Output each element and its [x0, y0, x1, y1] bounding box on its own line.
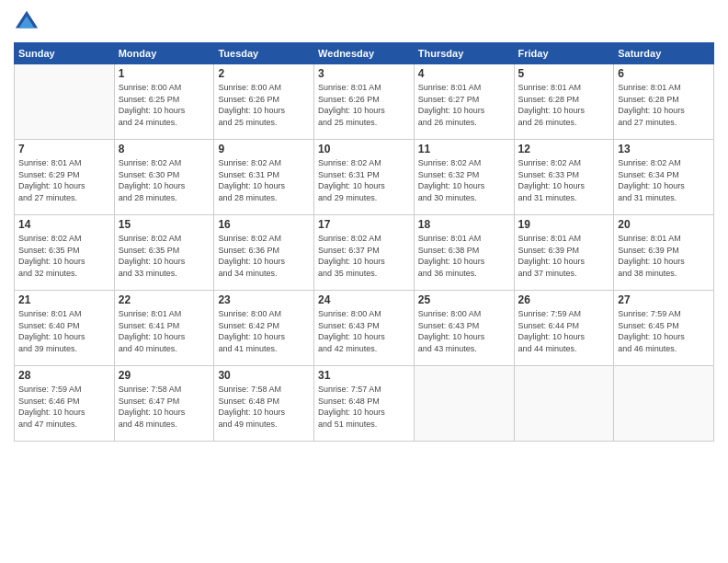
calendar-cell: 26Sunrise: 7:59 AM Sunset: 6:44 PM Dayli…: [514, 291, 614, 366]
day-number: 15: [119, 218, 210, 231]
calendar-cell: 24Sunrise: 8:00 AM Sunset: 6:43 PM Dayli…: [314, 291, 415, 366]
day-number: 25: [418, 293, 510, 306]
day-info: Sunrise: 8:01 AM Sunset: 6:39 PM Dayligh…: [518, 233, 610, 279]
day-info: Sunrise: 8:00 AM Sunset: 6:26 PM Dayligh…: [218, 82, 310, 128]
day-info: Sunrise: 8:02 AM Sunset: 6:32 PM Dayligh…: [418, 157, 510, 203]
day-number: 10: [318, 143, 410, 155]
calendar-cell: 7Sunrise: 8:01 AM Sunset: 6:29 PM Daylig…: [15, 140, 115, 215]
day-number: 5: [518, 67, 610, 80]
header: [14, 9, 714, 35]
calendar-cell: 14Sunrise: 8:02 AM Sunset: 6:35 PM Dayli…: [15, 215, 115, 291]
weekday-header-wednesday: Wednesday: [314, 43, 415, 64]
weekday-header-friday: Friday: [514, 43, 614, 64]
day-info: Sunrise: 7:58 AM Sunset: 6:47 PM Dayligh…: [119, 384, 210, 430]
day-number: 26: [518, 293, 610, 306]
day-number: 28: [18, 369, 110, 382]
day-info: Sunrise: 8:00 AM Sunset: 6:25 PM Dayligh…: [119, 82, 210, 128]
day-info: Sunrise: 8:01 AM Sunset: 6:29 PM Dayligh…: [18, 157, 110, 203]
calendar-cell: 25Sunrise: 8:00 AM Sunset: 6:43 PM Dayli…: [414, 291, 514, 366]
day-number: 16: [218, 218, 310, 231]
day-number: 6: [618, 67, 710, 80]
calendar-cell: 20Sunrise: 8:01 AM Sunset: 6:39 PM Dayli…: [614, 215, 714, 291]
day-number: 22: [119, 293, 210, 306]
day-info: Sunrise: 8:02 AM Sunset: 6:35 PM Dayligh…: [119, 233, 210, 279]
week-row-1: 1Sunrise: 8:00 AM Sunset: 6:25 PM Daylig…: [15, 64, 714, 140]
week-row-5: 28Sunrise: 7:59 AM Sunset: 6:46 PM Dayli…: [15, 366, 714, 442]
calendar-cell: 13Sunrise: 8:02 AM Sunset: 6:34 PM Dayli…: [614, 140, 714, 215]
day-info: Sunrise: 8:00 AM Sunset: 6:43 PM Dayligh…: [318, 308, 410, 354]
calendar-cell: 6Sunrise: 8:01 AM Sunset: 6:28 PM Daylig…: [614, 64, 714, 140]
day-number: 2: [218, 67, 310, 80]
calendar-body: 1Sunrise: 8:00 AM Sunset: 6:25 PM Daylig…: [15, 64, 714, 442]
week-row-3: 14Sunrise: 8:02 AM Sunset: 6:35 PM Dayli…: [15, 215, 714, 291]
day-number: 18: [418, 218, 510, 231]
day-number: 27: [618, 293, 710, 306]
day-number: 31: [318, 369, 410, 382]
calendar-cell: 12Sunrise: 8:02 AM Sunset: 6:33 PM Dayli…: [514, 140, 614, 215]
day-number: 29: [119, 369, 210, 382]
calendar-cell: 22Sunrise: 8:01 AM Sunset: 6:41 PM Dayli…: [114, 291, 214, 366]
weekday-header-saturday: Saturday: [614, 43, 714, 64]
weekday-header-tuesday: Tuesday: [214, 43, 314, 64]
calendar-cell: 9Sunrise: 8:02 AM Sunset: 6:31 PM Daylig…: [214, 140, 314, 215]
day-info: Sunrise: 8:01 AM Sunset: 6:27 PM Dayligh…: [418, 82, 510, 128]
day-info: Sunrise: 7:59 AM Sunset: 6:46 PM Dayligh…: [18, 384, 110, 430]
weekday-header-sunday: Sunday: [15, 43, 115, 64]
day-number: 4: [418, 67, 510, 80]
day-number: 23: [218, 293, 310, 306]
day-number: 9: [218, 143, 310, 155]
calendar-cell: 8Sunrise: 8:02 AM Sunset: 6:30 PM Daylig…: [114, 140, 214, 215]
calendar-cell: 1Sunrise: 8:00 AM Sunset: 6:25 PM Daylig…: [114, 64, 214, 140]
calendar-cell: 18Sunrise: 8:01 AM Sunset: 6:38 PM Dayli…: [414, 215, 514, 291]
day-number: 21: [18, 293, 110, 306]
calendar-cell: [15, 64, 115, 140]
day-number: 20: [618, 218, 710, 231]
day-info: Sunrise: 8:02 AM Sunset: 6:31 PM Dayligh…: [318, 157, 410, 203]
weekday-header-monday: Monday: [114, 43, 214, 64]
calendar-cell: 21Sunrise: 8:01 AM Sunset: 6:40 PM Dayli…: [15, 291, 115, 366]
day-number: 12: [518, 143, 610, 155]
day-info: Sunrise: 8:00 AM Sunset: 6:43 PM Dayligh…: [418, 308, 510, 354]
calendar-cell: 4Sunrise: 8:01 AM Sunset: 6:27 PM Daylig…: [414, 64, 514, 140]
day-info: Sunrise: 8:02 AM Sunset: 6:31 PM Dayligh…: [218, 157, 310, 203]
day-number: 30: [218, 369, 310, 382]
day-info: Sunrise: 7:59 AM Sunset: 6:45 PM Dayligh…: [618, 308, 710, 354]
day-info: Sunrise: 8:01 AM Sunset: 6:28 PM Dayligh…: [618, 82, 710, 128]
week-row-2: 7Sunrise: 8:01 AM Sunset: 6:29 PM Daylig…: [15, 140, 714, 215]
logo-icon: [14, 9, 40, 35]
day-info: Sunrise: 8:01 AM Sunset: 6:40 PM Dayligh…: [18, 308, 110, 354]
day-info: Sunrise: 8:02 AM Sunset: 6:35 PM Dayligh…: [18, 233, 110, 279]
day-info: Sunrise: 8:01 AM Sunset: 6:38 PM Dayligh…: [418, 233, 510, 279]
day-info: Sunrise: 8:02 AM Sunset: 6:37 PM Dayligh…: [318, 233, 410, 279]
day-number: 13: [618, 143, 710, 155]
day-info: Sunrise: 8:00 AM Sunset: 6:42 PM Dayligh…: [218, 308, 310, 354]
day-info: Sunrise: 8:02 AM Sunset: 6:33 PM Dayligh…: [518, 157, 610, 203]
calendar-cell: [514, 366, 614, 442]
day-number: 11: [418, 143, 510, 155]
day-info: Sunrise: 8:01 AM Sunset: 6:26 PM Dayligh…: [318, 82, 410, 128]
calendar-cell: 10Sunrise: 8:02 AM Sunset: 6:31 PM Dayli…: [314, 140, 415, 215]
calendar-header: SundayMondayTuesdayWednesdayThursdayFrid…: [15, 43, 714, 64]
day-number: 17: [318, 218, 410, 231]
day-info: Sunrise: 8:02 AM Sunset: 6:30 PM Dayligh…: [119, 157, 210, 203]
calendar-cell: 2Sunrise: 8:00 AM Sunset: 6:26 PM Daylig…: [214, 64, 314, 140]
calendar-cell: 19Sunrise: 8:01 AM Sunset: 6:39 PM Dayli…: [514, 215, 614, 291]
day-info: Sunrise: 8:02 AM Sunset: 6:34 PM Dayligh…: [618, 157, 710, 203]
day-number: 14: [18, 218, 110, 231]
calendar-cell: [414, 366, 514, 442]
day-number: 8: [119, 143, 210, 155]
day-info: Sunrise: 7:59 AM Sunset: 6:44 PM Dayligh…: [518, 308, 610, 354]
calendar-cell: 29Sunrise: 7:58 AM Sunset: 6:47 PM Dayli…: [114, 366, 214, 442]
day-number: 3: [318, 67, 410, 80]
week-row-4: 21Sunrise: 8:01 AM Sunset: 6:40 PM Dayli…: [15, 291, 714, 366]
day-number: 1: [119, 67, 210, 80]
day-info: Sunrise: 8:01 AM Sunset: 6:28 PM Dayligh…: [518, 82, 610, 128]
calendar-cell: 27Sunrise: 7:59 AM Sunset: 6:45 PM Dayli…: [614, 291, 714, 366]
day-number: 24: [318, 293, 410, 306]
calendar-cell: 31Sunrise: 7:57 AM Sunset: 6:48 PM Dayli…: [314, 366, 415, 442]
weekday-row: SundayMondayTuesdayWednesdayThursdayFrid…: [15, 43, 714, 64]
day-number: 7: [18, 143, 110, 155]
weekday-header-thursday: Thursday: [414, 43, 514, 64]
calendar-cell: 5Sunrise: 8:01 AM Sunset: 6:28 PM Daylig…: [514, 64, 614, 140]
calendar-cell: 17Sunrise: 8:02 AM Sunset: 6:37 PM Dayli…: [314, 215, 415, 291]
